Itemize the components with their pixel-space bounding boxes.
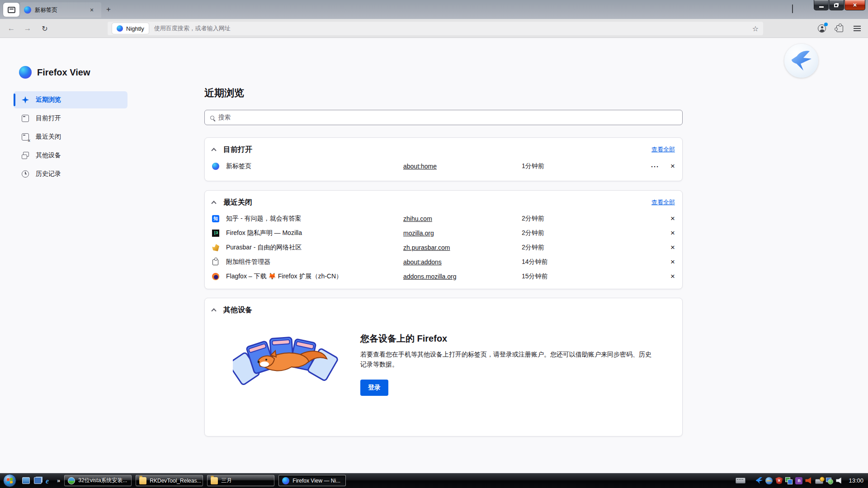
input-method-keyboard-icon[interactable]: [736, 478, 745, 483]
internet-explorer-icon[interactable]: e: [46, 477, 49, 484]
toolbar-icons: [816, 22, 863, 35]
sidebar-item[interactable]: 其他设备: [14, 147, 127, 164]
taskbar-button-label: RKDevTool_Releas...: [150, 478, 201, 484]
url-bar[interactable]: Nightly 使用百度搜索，或者输入网址 ☆: [108, 22, 763, 35]
app-menu-button[interactable]: [851, 22, 863, 35]
minimize-icon: [819, 6, 824, 8]
window-titlebar: 新标签页 × + ×: [0, 0, 868, 19]
identity-chip-label: Nightly: [126, 25, 144, 32]
row-url-link[interactable]: mozilla.org: [403, 230, 434, 237]
row-url-link[interactable]: addons.mozilla.org: [403, 273, 457, 280]
volume-icon[interactable]: [836, 477, 843, 484]
row-url-link[interactable]: about:home: [403, 163, 437, 170]
tab-row[interactable]: Flagfox – 下载 🦊 Firefox 扩展（zh-CN） addons.…: [212, 269, 675, 284]
taskbar-buttons: 32位vista系统安装... RKDevTool_Releas... 三月 F…: [60, 475, 346, 486]
thunder-tray-icon[interactable]: [755, 477, 763, 484]
start-button[interactable]: [3, 474, 16, 487]
keyboard-lock-tray-icon[interactable]: [815, 479, 823, 484]
list-all-tabs-button[interactable]: [792, 5, 793, 13]
row-time: 15分钟前: [522, 272, 670, 281]
other-devices-card: 其他设备: [204, 298, 683, 436]
search-placeholder: 搜索: [218, 113, 231, 122]
row-favicon: [212, 273, 219, 280]
row-time: 2分钟前: [522, 244, 670, 252]
tab-row[interactable]: 附加组件管理器 about:addons 14分钟前 ×: [212, 255, 675, 269]
row-url-link[interactable]: zh.purasbar.com: [403, 244, 450, 251]
new-tab-button[interactable]: +: [103, 4, 114, 15]
sidebar-item-icon: [22, 152, 29, 159]
firefox-view-button[interactable]: [3, 3, 19, 17]
row-favicon: [212, 215, 219, 222]
tab-row[interactable]: Firefox 隐私声明 — Mozilla mozilla.org 2分钟前 …: [212, 226, 675, 240]
network-status-icon[interactable]: [826, 477, 833, 484]
taskbar-window-button[interactable]: Firefox View — Ni...: [278, 475, 346, 486]
row-menu-icon[interactable]: ···: [651, 163, 659, 170]
view-all-link[interactable]: 查看全部: [651, 145, 675, 154]
collapse-chevron-icon[interactable]: [211, 201, 216, 206]
app-tray-icon[interactable]: [795, 477, 802, 484]
row-close-icon[interactable]: ×: [670, 230, 675, 237]
search-input[interactable]: 搜索: [204, 110, 683, 125]
restore-button[interactable]: [829, 0, 844, 10]
taskbar-button-icon: [282, 477, 289, 484]
reload-button[interactable]: ↻: [38, 22, 52, 35]
sidebar-item[interactable]: 最近关闭: [14, 128, 127, 145]
row-time: 1分钟前: [522, 162, 651, 170]
row-url-link[interactable]: zhihu.com: [403, 215, 432, 222]
taskbar-window-button[interactable]: RKDevTool_Releas...: [136, 475, 203, 486]
taskbar-button-label: Firefox View — Ni...: [292, 478, 340, 484]
devices-heading: 您各设备上的 Firefox: [360, 333, 653, 345]
tab-title: 新标签页: [35, 6, 83, 14]
tab-row[interactable]: 新标签页 about:home 1分钟前 ··· ×: [212, 158, 675, 175]
thunder-floating-widget[interactable]: [784, 44, 818, 78]
tab-row[interactable]: Purasbar - 自由的网络社区 zh.purasbar.com 2分钟前 …: [212, 240, 675, 255]
row-title: Flagfox – 下载 🦊 Firefox 扩展（zh-CN）: [226, 272, 403, 281]
view-all-link[interactable]: 查看全部: [651, 198, 675, 206]
tab-close-icon[interactable]: ×: [86, 5, 97, 15]
tab-row[interactable]: 知乎 - 有问题，就会有答案 zhihu.com 2分钟前 ×: [212, 211, 675, 226]
sidebar-item-icon: [22, 115, 29, 122]
sidebar-item[interactable]: 历史记录: [14, 165, 127, 183]
back-button[interactable]: ←: [5, 22, 18, 35]
window-switcher-icon[interactable]: [34, 477, 42, 484]
other-devices-text: 您各设备上的 Firefox 若要查看您在手机等其他设备上打开的标签页，请登录或…: [360, 331, 653, 396]
minimize-button[interactable]: [814, 0, 829, 10]
recently-closed-header: 最近关闭 查看全部: [212, 197, 675, 208]
row-close-icon[interactable]: ×: [670, 215, 675, 222]
account-button[interactable]: [816, 22, 828, 35]
quick-launch-overflow-chevron[interactable]: »: [57, 477, 60, 484]
taskbar-window-button[interactable]: 32位vista系统安装...: [64, 475, 132, 486]
search-icon: [210, 116, 214, 120]
sidebar-nav: 近期浏览 目前打开 最近关闭 其他设备: [14, 91, 127, 183]
other-devices-header: 其他设备: [212, 304, 675, 316]
row-title: Firefox 隐私声明 — Mozilla: [226, 229, 403, 237]
row-title: Purasbar - 自由的网络社区: [226, 244, 403, 252]
row-close-icon[interactable]: ×: [670, 273, 675, 280]
row-favicon: [212, 163, 219, 170]
row-close-icon[interactable]: ×: [670, 163, 675, 170]
sidebar-item[interactable]: 近期浏览: [14, 91, 127, 108]
sign-in-button[interactable]: 登录: [360, 380, 388, 396]
tab-favicon-globe-icon: [24, 6, 31, 14]
row-close-icon[interactable]: ×: [670, 244, 675, 251]
sidebar-item-label: 最近关闭: [36, 133, 61, 141]
close-button[interactable]: ×: [844, 0, 865, 10]
collapse-chevron-icon[interactable]: [211, 148, 216, 153]
forward-button[interactable]: →: [21, 22, 34, 35]
close-icon: ×: [853, 0, 857, 9]
browser-tray-icon[interactable]: [765, 477, 773, 484]
utility-tray-icon[interactable]: [785, 477, 793, 484]
brand-title: Firefox View: [37, 67, 90, 78]
taskbar-window-button[interactable]: 三月: [207, 475, 274, 486]
sidebar-item[interactable]: 目前打开: [14, 110, 127, 127]
show-desktop-icon[interactable]: [22, 477, 30, 484]
row-close-icon[interactable]: ×: [670, 258, 675, 266]
collapse-chevron-icon[interactable]: [211, 308, 216, 313]
extensions-button[interactable]: [833, 22, 846, 35]
audio-app-tray-icon[interactable]: [805, 477, 812, 484]
security-alert-icon[interactable]: [775, 477, 783, 484]
browser-tab[interactable]: 新标签页 ×: [20, 2, 101, 18]
bookmark-star-icon[interactable]: ☆: [752, 24, 759, 33]
identity-chip[interactable]: Nightly: [112, 23, 149, 34]
row-url-link[interactable]: about:addons: [403, 258, 442, 266]
